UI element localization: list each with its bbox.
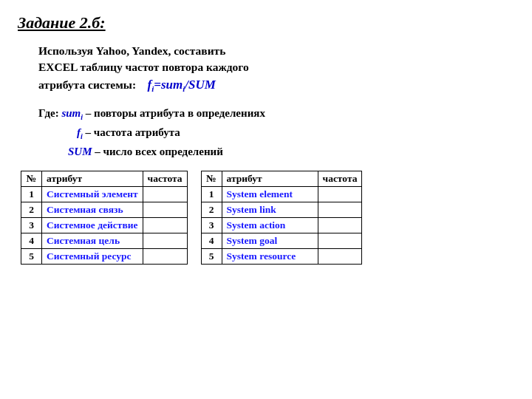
row-attr: System goal <box>222 233 318 249</box>
table-row: 2 System link <box>201 202 362 218</box>
table-row: 1 Системный элемент <box>21 187 188 202</box>
legend-text: Где: sumi – повторы атрибута в определен… <box>38 104 514 160</box>
row-num: 5 <box>201 249 222 265</box>
formula: fi=sumi/SUM <box>148 78 216 92</box>
row-freq <box>143 249 187 265</box>
intro-line3-pre: атрибута системы: <box>38 78 136 91</box>
legend-sum: SUM <box>68 146 92 157</box>
table-row: 3 Системное действие <box>21 218 188 233</box>
table-row: 5 System resource <box>201 249 362 265</box>
tables-container: № атрибут частота 1 Системный элемент 2 … <box>21 171 514 265</box>
row-num: 2 <box>201 202 222 218</box>
legend-line1-pre: Где: <box>38 107 61 119</box>
legend-line1-post: – повторы атрибута в определениях <box>83 107 265 119</box>
table-row: 3 System action <box>201 218 362 233</box>
legend-fi: fi <box>77 126 83 138</box>
col-attr-ru: атрибут <box>42 171 143 187</box>
row-attr: Системное действие <box>42 218 143 233</box>
col-num-ru: № <box>21 171 42 187</box>
table-row: 5 Системный ресурс <box>21 249 188 265</box>
row-attr: System action <box>222 218 318 233</box>
page-container: Задание 2.б: Используя Yahoo, Yandex, со… <box>0 0 532 273</box>
intro-line2: EXCEL таблицу частот повтора каждого <box>38 61 249 73</box>
row-attr: System link <box>222 202 318 218</box>
row-num: 2 <box>21 202 42 218</box>
intro-line1: Используя Yahoo, Yandex, составить <box>38 44 225 57</box>
table-russian: № атрибут частота 1 Системный элемент 2 … <box>21 171 188 265</box>
row-attr: System element <box>222 187 318 202</box>
table-row: 4 Системная цель <box>21 233 188 249</box>
row-freq <box>318 202 362 218</box>
row-attr: Системная цель <box>42 233 143 249</box>
row-attr: System resource <box>222 249 318 265</box>
row-freq <box>143 218 187 233</box>
table-en-header: № атрибут частота <box>201 171 362 187</box>
legend-sumi: sumi <box>61 107 83 119</box>
col-freq-en: частота <box>318 171 362 187</box>
row-attr: Системный ресурс <box>42 249 143 265</box>
row-freq <box>143 202 187 218</box>
row-freq <box>143 187 187 202</box>
intro-text: Используя Yahoo, Yandex, составить EXCEL… <box>38 43 514 95</box>
row-num: 5 <box>21 249 42 265</box>
page-title: Задание 2.б: <box>18 13 514 33</box>
row-num: 3 <box>201 218 222 233</box>
table-english: № атрибут частота 1 System element 2 Sys… <box>201 171 363 265</box>
table-ru-header: № атрибут частота <box>21 171 188 187</box>
row-freq <box>318 218 362 233</box>
row-attr: Системный элемент <box>42 187 143 202</box>
table-row: 1 System element <box>201 187 362 202</box>
row-freq <box>318 249 362 265</box>
row-num: 1 <box>201 187 222 202</box>
row-attr: Системная связь <box>42 202 143 218</box>
legend-line2-post: – частота атрибута <box>83 126 180 138</box>
row-freq <box>143 233 187 249</box>
col-num-en: № <box>201 171 222 187</box>
row-num: 3 <box>21 218 42 233</box>
row-freq <box>318 187 362 202</box>
col-freq-ru: частота <box>143 171 187 187</box>
table-row: 4 System goal <box>201 233 362 249</box>
row-freq <box>318 233 362 249</box>
row-num: 1 <box>21 187 42 202</box>
col-attr-en: атрибут <box>222 171 318 187</box>
row-num: 4 <box>201 233 222 249</box>
legend-line3-post: – число всех определений <box>92 146 223 157</box>
row-num: 4 <box>21 233 42 249</box>
table-row: 2 Системная связь <box>21 202 188 218</box>
